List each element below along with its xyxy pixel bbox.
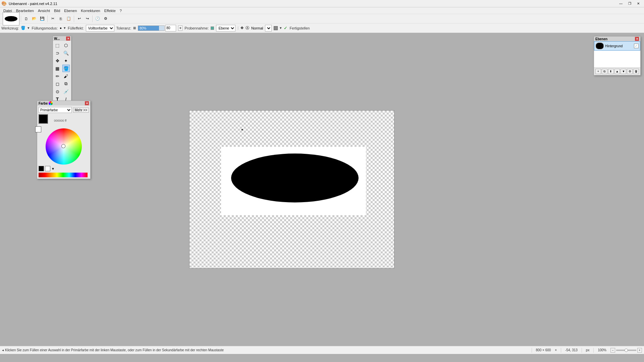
toolbox-title-text: W... xyxy=(54,37,60,41)
layer-name: Hintergrund xyxy=(605,44,633,48)
menu-korrekturen[interactable]: Korrekturen xyxy=(79,7,102,14)
toleranz-plus-icon[interactable]: + xyxy=(178,25,182,31)
cut-button[interactable]: ✂ xyxy=(49,15,56,22)
color-gradient-bar[interactable] xyxy=(39,173,88,177)
tool-pencil[interactable]: ✏ xyxy=(54,72,61,80)
layer-visibility-check[interactable]: ✓ xyxy=(634,44,639,48)
redo-button[interactable]: ↪ xyxy=(84,15,91,22)
tool-magic-select[interactable]: ✦ xyxy=(62,57,70,64)
white-swatch[interactable] xyxy=(45,166,50,171)
menu-bar: Datei Bearbeiten Ansicht Bild Ebenen Kor… xyxy=(0,7,644,14)
fulleffekt-label: Fülleffekt: xyxy=(68,26,84,30)
probennahme-label: Probennahme: xyxy=(184,26,209,30)
color-panel-title-bar[interactable]: Farbe ✕ xyxy=(37,101,90,106)
save-button[interactable]: 💾 xyxy=(39,15,46,22)
layer-merge-button[interactable]: ⬇ xyxy=(608,69,614,74)
canvas-ellipse xyxy=(231,154,359,202)
toolbox-title-bar[interactable]: W... ✕ xyxy=(53,36,71,41)
status-sep-4 xyxy=(593,348,594,353)
layers-close-button[interactable]: ✕ xyxy=(635,37,639,41)
menu-ansicht[interactable]: Ansicht xyxy=(36,7,52,14)
opacity-icon: ▼ xyxy=(51,167,55,171)
dropdown-arrow-1[interactable]: ▾ xyxy=(28,26,30,30)
tool-lasso[interactable]: ⊃ xyxy=(54,49,61,57)
menu-ebenen[interactable]: Ebenen xyxy=(62,7,79,14)
paste-button[interactable]: 📋 xyxy=(65,15,72,22)
toleranz-bar-wrap: 80% xyxy=(138,25,176,32)
canvas-wrapper xyxy=(189,110,394,268)
tool-gradient[interactable]: ▦ xyxy=(54,65,61,72)
layer-thumbnail xyxy=(596,43,604,49)
toleranz-bar[interactable]: 80% xyxy=(138,25,165,31)
toolbar-separator-3 xyxy=(74,15,74,22)
undo-button[interactable]: ↩ xyxy=(75,15,83,22)
options-bar: Werkzeug: 🪣 ▾ Füllungsmodus: ● ▾ Fülleff… xyxy=(0,23,644,33)
open-button[interactable]: 📂 xyxy=(31,15,38,22)
zoom-in-button[interactable]: + xyxy=(637,348,642,353)
menu-bild[interactable]: Bild xyxy=(52,7,62,14)
zoom-out-button[interactable]: − xyxy=(610,348,615,353)
dropdown-arrow-2[interactable]: ▾ xyxy=(64,26,66,30)
canvas-area[interactable] xyxy=(0,33,584,346)
toleranz-value: 80% xyxy=(140,26,146,31)
toleranz-input[interactable] xyxy=(165,25,176,32)
checkmark-icon: ✓ xyxy=(284,25,287,31)
color-wheel-wrap[interactable] xyxy=(46,128,82,165)
color-panel-body: Primärfarbe Sekundärfarbe Mehr >> 000000… xyxy=(37,106,90,179)
layer-add-button[interactable]: + xyxy=(595,69,601,74)
tool-move[interactable]: ✥ xyxy=(54,57,61,64)
toolbox-close-button[interactable]: ✕ xyxy=(66,37,70,41)
color-wheel-mini-icon xyxy=(49,101,53,105)
layer-duplicate-button[interactable]: ⧉ xyxy=(602,69,607,74)
toolbar-separator-4 xyxy=(92,15,93,22)
primary-color-swatch[interactable] xyxy=(39,114,48,124)
mehr-button[interactable]: Mehr >> xyxy=(73,108,89,113)
unit-label: px xyxy=(586,348,590,352)
status-bar: ◂ Klicken Sie zum Füllen einer Auswahl i… xyxy=(0,346,644,354)
layers-title-bar[interactable]: Ebenen ✕ xyxy=(594,37,640,41)
layer-up-button[interactable]: ▲ xyxy=(614,69,620,74)
tool-recolor[interactable]: ⊙ xyxy=(54,88,61,95)
layer-delete-button[interactable]: 🗑 xyxy=(633,69,639,74)
fulleffekt-select[interactable]: Volltonfarbe xyxy=(86,25,114,32)
tool-zoom[interactable]: 🔍 xyxy=(62,49,70,57)
tool-select-rect[interactable]: ⬚ xyxy=(54,42,61,49)
tool-eyedropper[interactable]: 💉 xyxy=(62,88,70,95)
menu-effekte[interactable]: Effekte xyxy=(102,7,118,14)
restore-button[interactable]: ❐ xyxy=(625,1,634,7)
minimize-button[interactable]: — xyxy=(616,1,625,7)
layer-item-hintergrund[interactable]: Hintergrund ✓ xyxy=(594,41,640,51)
fertigstellen-button[interactable]: Fertigstellen xyxy=(289,26,310,30)
canvas-background[interactable] xyxy=(189,110,394,268)
layers-toolbar: + ⧉ ⬇ ▲ ▼ ⚙ 🗑 xyxy=(594,67,640,75)
tool-eraser[interactable]: ◻ xyxy=(54,80,61,87)
secondary-color-swatch[interactable] xyxy=(35,126,41,132)
app-icon: 🎨 xyxy=(1,1,7,6)
tool-clone[interactable]: ⧉ xyxy=(62,80,70,87)
tool-select-free[interactable]: ⬡ xyxy=(62,42,70,49)
main-area: W... ✕ ⬚ ⬡ ⊃ 🔍 ✥ ✦ ▦ 🪣 ✏ 🖌 ◻ ⧉ ⊙ 💉 T I xyxy=(0,33,644,354)
probennahme-select[interactable]: Ebene Bild xyxy=(216,25,235,32)
layer-properties-button[interactable]: ⚙ xyxy=(627,69,633,74)
history-button[interactable]: 🕐 xyxy=(94,15,101,22)
color-mode-select[interactable]: Primärfarbe Sekundärfarbe xyxy=(39,107,72,113)
toleranz-refresh-icon[interactable]: ⊞ xyxy=(133,26,136,30)
settings-button[interactable]: ⚙ xyxy=(102,15,109,22)
menu-help[interactable]: ? xyxy=(118,7,124,14)
black-swatch[interactable] xyxy=(39,166,44,171)
normal-select[interactable]: ▾ xyxy=(265,25,272,32)
new-button[interactable]: 🗋 xyxy=(22,15,30,22)
canvas-size-label: 800 × 600 xyxy=(536,348,551,352)
layers-panel: Ebenen ✕ Hintergrund ✓ + ⧉ ⬇ ▲ ▼ ⚙ 🗑 xyxy=(594,36,641,75)
tool-fill[interactable]: 🪣 xyxy=(62,65,70,72)
color-panel-icons: Farbe xyxy=(39,101,53,105)
zoom-slider[interactable] xyxy=(616,350,636,351)
copy-button[interactable]: ⎘ xyxy=(57,15,64,22)
color-panel-close-button[interactable]: ✕ xyxy=(85,101,89,105)
tool-brush[interactable]: 🖌 xyxy=(62,72,70,80)
scroll-left-arrow[interactable]: ◂ xyxy=(2,348,4,352)
close-button[interactable]: ✕ xyxy=(634,1,643,7)
status-sep-3 xyxy=(582,348,582,353)
dropdown-arrow-3[interactable]: ▾ xyxy=(280,26,282,30)
layer-down-button[interactable]: ▼ xyxy=(621,69,626,74)
